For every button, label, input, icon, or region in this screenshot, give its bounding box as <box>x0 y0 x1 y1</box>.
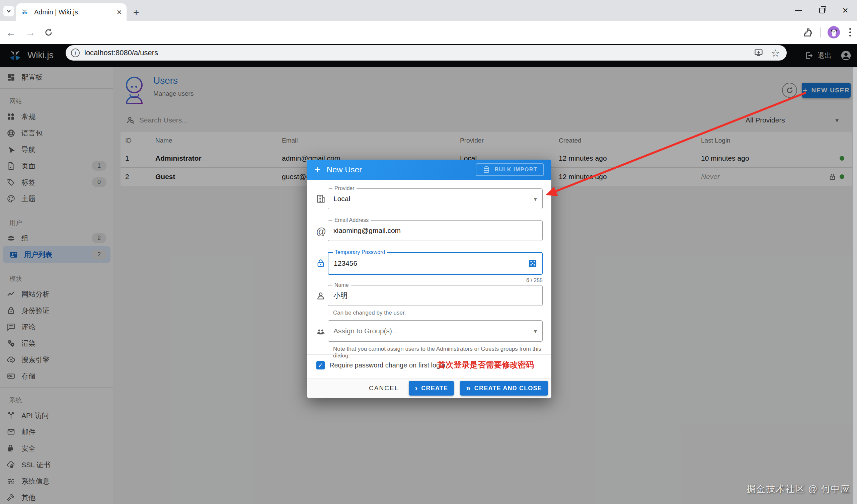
forward-button[interactable]: → <box>26 28 35 37</box>
reload-icon <box>44 28 54 37</box>
double-chevron-icon: » <box>466 384 471 392</box>
toolbar-separator <box>820 28 821 37</box>
install-app-icon[interactable] <box>754 48 763 57</box>
at-icon: @ <box>316 226 326 237</box>
plus-icon: + <box>314 164 321 175</box>
new-tab-button[interactable]: + <box>133 7 139 17</box>
dialog-header: + New User BULK IMPORT <box>307 159 551 180</box>
tab-bar: Admin | Wiki.js × + × <box>0 0 857 21</box>
chevron-right-icon: › <box>415 384 418 392</box>
group-icon <box>316 327 325 336</box>
create-button[interactable]: › CREATE <box>409 381 454 396</box>
panda-avatar-icon <box>829 28 838 37</box>
reload-button[interactable] <box>44 28 54 37</box>
temporary-password-field[interactable]: Temporary Password <box>328 252 543 275</box>
password-char-counter: 6 / 255 <box>526 278 543 284</box>
window-controls: × <box>787 0 857 21</box>
create-and-close-label: CREATE AND CLOSE <box>474 385 542 392</box>
email-field[interactable]: Email Address <box>328 220 543 241</box>
watermark: 掘金技术社区 @ 何中应 <box>747 483 850 495</box>
back-button[interactable]: ← <box>6 28 16 37</box>
browser-chrome: Admin | Wiki.js × + × ← → i localhost:80… <box>0 0 857 44</box>
dialog-title: New User <box>327 165 362 174</box>
create-and-close-button[interactable]: » CREATE AND CLOSE <box>460 381 548 396</box>
close-icon: × <box>842 5 848 15</box>
browser-menu-icon[interactable] <box>846 28 854 36</box>
annotation-text: 首次登录是否需要修改密码 <box>438 359 534 370</box>
provider-field-input[interactable] <box>328 189 542 209</box>
name-field-input[interactable] <box>328 285 542 305</box>
chevron-down-icon[interactable]: ▾ <box>534 195 537 203</box>
maximize-button[interactable] <box>810 0 834 21</box>
bulk-import-button[interactable]: BULK IMPORT <box>476 163 544 176</box>
chevron-down-icon[interactable]: ▾ <box>534 327 537 335</box>
name-field-hint: Can be changed by the user. <box>333 309 406 316</box>
database-icon <box>482 166 490 174</box>
minimize-button[interactable] <box>787 0 810 21</box>
office-building-icon <box>316 194 325 203</box>
tab-title: Admin | Wiki.js <box>34 9 114 16</box>
dice-generate-password-icon[interactable] <box>528 259 537 268</box>
browser-profile-avatar[interactable] <box>827 26 840 38</box>
require-password-change-checkbox[interactable]: ✓ <box>316 361 325 369</box>
assign-groups-note: Note that you cannot assign users to the… <box>333 346 551 359</box>
url-text[interactable]: localhost:8080/a/users <box>84 49 158 57</box>
email-field-input[interactable] <box>328 220 542 241</box>
extensions-icon[interactable] <box>803 27 813 38</box>
new-user-dialog: + New User BULK IMPORT Provider ▾ @ Emai… <box>307 159 551 398</box>
password-field-input[interactable] <box>329 253 542 274</box>
site-info-icon[interactable]: i <box>71 49 80 57</box>
dialog-footer: CANCEL › CREATE » CREATE AND CLOSE <box>307 378 551 398</box>
require-password-change-label: Require password change on first login <box>330 362 445 369</box>
lock-icon <box>316 259 325 268</box>
cancel-button[interactable]: CANCEL <box>369 385 399 392</box>
provider-field[interactable]: Provider ▾ <box>328 188 543 209</box>
page-scrollbar[interactable] <box>853 67 857 504</box>
name-field[interactable]: Name <box>328 285 543 306</box>
bulk-import-label: BULK IMPORT <box>494 167 537 173</box>
browser-toolbar: ← → i localhost:8080/a/users ☆ <box>0 21 857 44</box>
person-icon <box>316 291 325 301</box>
bookmark-star-icon[interactable]: ☆ <box>771 47 780 59</box>
wikijs-app: Wiki.js 管理区 退出 配置板 网站 常规 语言包 导航 <box>0 44 857 504</box>
dialog-divider <box>307 354 551 355</box>
address-bar[interactable]: i localhost:8080/a/users ☆ <box>66 45 787 61</box>
restore-icon <box>819 8 825 13</box>
assign-groups-input[interactable] <box>328 321 542 341</box>
tab-search-button[interactable] <box>3 6 14 16</box>
minimize-icon <box>795 10 802 11</box>
close-button[interactable]: × <box>834 0 857 21</box>
check-icon: ✓ <box>318 362 323 369</box>
create-button-label: CREATE <box>421 385 448 392</box>
assign-groups-field[interactable]: ▾ <box>328 320 543 342</box>
browser-tab[interactable]: Admin | Wiki.js × <box>16 3 127 21</box>
tab-close-icon[interactable]: × <box>117 8 122 16</box>
chevron-down-icon <box>6 9 11 14</box>
wikijs-favicon <box>21 8 29 16</box>
